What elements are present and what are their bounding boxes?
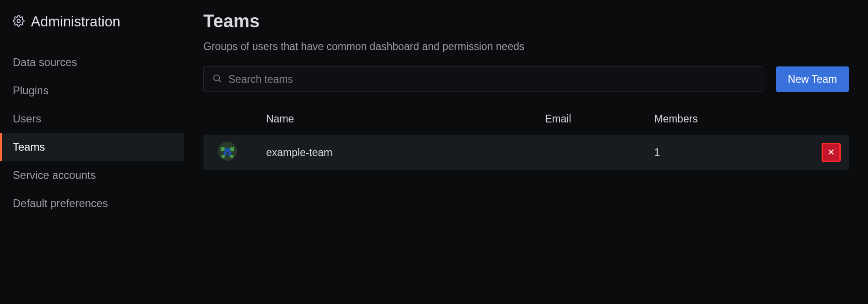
sidebar-item-label: Users — [13, 112, 41, 125]
sidebar-item-label: Default preferences — [13, 197, 108, 209]
col-name: Name — [266, 113, 545, 125]
search-wrap[interactable] — [203, 66, 763, 92]
svg-line-2 — [219, 80, 221, 82]
sidebar-item-teams[interactable]: Teams — [0, 133, 184, 161]
sidebar-nav: Data sources Plugins Users Teams Service… — [0, 48, 184, 218]
sidebar-item-service-accounts[interactable]: Service accounts — [0, 161, 184, 189]
sidebar-item-label: Plugins — [13, 84, 49, 96]
new-team-label: New Team — [788, 73, 837, 85]
svg-rect-9 — [222, 155, 224, 157]
svg-point-1 — [214, 75, 220, 81]
team-avatar-icon — [218, 142, 237, 161]
new-team-button[interactable]: New Team — [776, 66, 849, 92]
page-subtitle: Groups of users that have common dashboa… — [203, 41, 849, 53]
avatar-cell — [212, 142, 266, 163]
sidebar-item-label: Data sources — [13, 56, 77, 68]
gear-icon — [13, 15, 25, 29]
col-members: Members — [654, 113, 804, 125]
main-content: Teams Groups of users that have common d… — [184, 0, 868, 304]
table-header: Name Email Members — [203, 113, 849, 135]
sidebar-header: Administration — [0, 14, 184, 48]
svg-rect-6 — [225, 148, 231, 152]
sidebar-item-plugins[interactable]: Plugins — [0, 76, 184, 105]
close-icon — [827, 147, 835, 159]
teams-table: Name Email Members — [203, 113, 849, 170]
col-email: Email — [545, 113, 654, 125]
search-icon — [212, 73, 222, 85]
sidebar: Administration Data sources Plugins User… — [0, 0, 184, 304]
svg-rect-4 — [221, 147, 224, 151]
delete-team-button[interactable] — [822, 143, 841, 162]
sidebar-title: Administration — [31, 14, 120, 30]
sidebar-item-users[interactable]: Users — [0, 105, 184, 133]
sidebar-item-data-sources[interactable]: Data sources — [0, 48, 184, 76]
toolbar: New Team — [203, 66, 849, 92]
sidebar-item-default-preferences[interactable]: Default preferences — [0, 189, 184, 218]
svg-rect-10 — [230, 155, 233, 157]
sidebar-item-label: Teams — [13, 141, 45, 153]
page-title: Teams — [203, 11, 849, 31]
svg-rect-5 — [230, 147, 234, 151]
sidebar-item-label: Service accounts — [13, 169, 96, 181]
cell-members: 1 — [654, 147, 804, 159]
search-input[interactable] — [228, 73, 755, 86]
cell-name: example-team — [266, 147, 545, 159]
table-row[interactable]: example-team 1 — [203, 135, 849, 170]
svg-point-0 — [17, 20, 20, 23]
